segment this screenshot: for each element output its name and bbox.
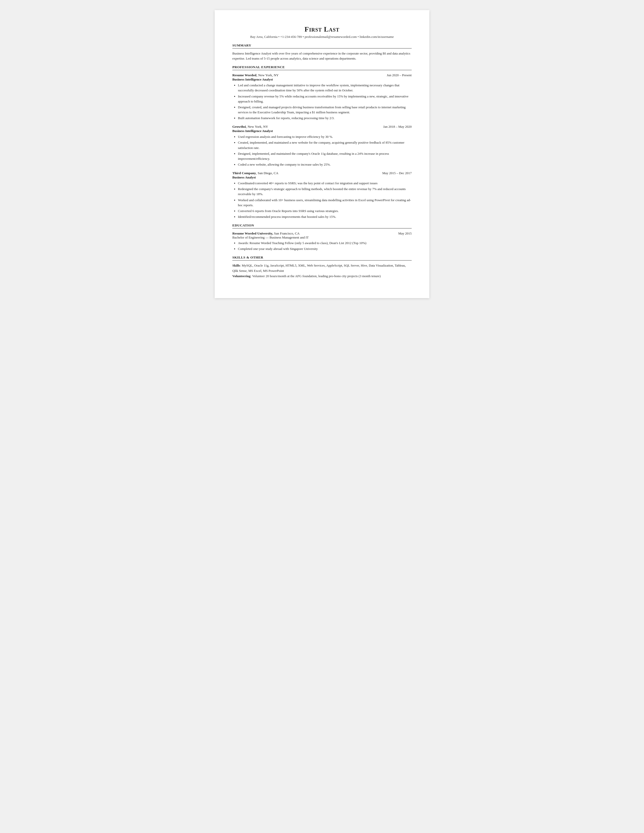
- list-item: Redesigned the company's strategic appro…: [238, 187, 412, 197]
- list-item: Used regression analysis and forecasting…: [238, 134, 412, 139]
- list-item: Awards: Resume Worded Teaching Fellow (o…: [238, 241, 412, 246]
- edu-bullet-list-1: Awards: Resume Worded Teaching Fellow (o…: [238, 241, 412, 251]
- candidate-name: First Last: [232, 25, 412, 33]
- company-name-3: Third Company: [232, 171, 256, 175]
- edu-school-info: Resume Worded University, San Francisco,…: [232, 231, 299, 235]
- list-item: Converted 6 reports from Oracle Reports …: [238, 209, 412, 214]
- list-item: Led and conducted a change management in…: [238, 83, 412, 93]
- list-item: Identified/recommended process improveme…: [238, 214, 412, 219]
- experience-section-title: Professional Experience: [232, 65, 412, 70]
- education-section: Education Resume Worded University, San …: [232, 224, 412, 251]
- list-item: Coordinated/converted 40+ reports to SSR…: [238, 181, 412, 186]
- bullet-list-2: Used regression analysis and forecasting…: [238, 134, 412, 167]
- job-title-1: Business Intelligence Analyst: [232, 77, 412, 82]
- experience-header-3: Third Company, San Diego, CA May 2015 – …: [232, 170, 412, 175]
- edu-degree-1: Bachelor of Engineering — Business Manag…: [232, 235, 412, 240]
- date-range-3: May 2015 – Dec 2017: [382, 171, 412, 175]
- list-item: Designed, implemented, and maintained th…: [238, 151, 412, 161]
- experience-entry-1: Resume Worded, New York, NY Jun 2020 – P…: [232, 73, 412, 121]
- skills-text: : MySQL, Oracle 11g, JavaScript, HTML5, …: [232, 264, 406, 273]
- skills-section-title: Skills & Other: [232, 256, 412, 261]
- experience-entry-3: Third Company, San Diego, CA May 2015 – …: [232, 170, 412, 219]
- company-info-3: Third Company, San Diego, CA: [232, 170, 278, 175]
- list-item: Coded a new website, allowing the compan…: [238, 162, 412, 167]
- list-item: Completed one-year study abroad with Sin…: [238, 246, 412, 251]
- company-info-2: Growthsi, New York, NY: [232, 124, 268, 129]
- date-range-2: Jan 2018 – May 2020: [383, 125, 412, 129]
- volunteering-label: Volunteering: [232, 274, 251, 278]
- experience-section: Professional Experience Resume Worded, N…: [232, 65, 412, 219]
- skills-label: Skills: [232, 264, 240, 267]
- experience-header-1: Resume Worded, New York, NY Jun 2020 – P…: [232, 73, 412, 77]
- list-item: Built automation framework for reports, …: [238, 116, 412, 121]
- list-item: Created, implemented, and maintained a n…: [238, 140, 412, 150]
- education-entry-1: Resume Worded University, San Francisco,…: [232, 231, 412, 251]
- summary-text: Business Intelligence Analyst with over …: [232, 51, 412, 61]
- summary-section-title: Summary: [232, 43, 412, 48]
- skills-section: Skills & Other Skills: MySQL, Oracle 11g…: [232, 256, 412, 279]
- list-item: Designed, created, and managed projects …: [238, 105, 412, 115]
- edu-header-1: Resume Worded University, San Francisco,…: [232, 231, 412, 235]
- resume-header: First Last Bay Area, California • +1-234…: [232, 25, 412, 39]
- list-item: Worked and collaborated with 10+ busines…: [238, 198, 412, 208]
- bullet-list-1: Led and conducted a change management in…: [238, 83, 412, 121]
- edu-school-name: Resume Worded University,: [232, 232, 273, 235]
- skills-row: Skills: MySQL, Oracle 11g, JavaScript, H…: [232, 263, 412, 273]
- company-location-1: , New York, NY: [256, 73, 279, 77]
- contact-info: Bay Area, California • +1-234-456-789 • …: [232, 35, 412, 39]
- edu-date-1: May 2015: [398, 232, 412, 235]
- volunteering-text: : Volunteer 20 hours/month at the AFG fo…: [251, 274, 381, 278]
- experience-header-2: Growthsi, New York, NY Jan 2018 – May 20…: [232, 124, 412, 129]
- resume-page: First Last Bay Area, California • +1-234…: [215, 10, 429, 298]
- job-title-3: Business Analyst: [232, 175, 412, 180]
- date-range-1: Jun 2020 – Present: [386, 73, 412, 77]
- company-location-3: , San Diego, CA: [256, 171, 278, 175]
- summary-section: Summary Business Intelligence Analyst wi…: [232, 43, 412, 61]
- experience-entry-2: Growthsi, New York, NY Jan 2018 – May 20…: [232, 124, 412, 167]
- company-name-1: Resume Worded: [232, 73, 256, 77]
- company-info-1: Resume Worded, New York, NY: [232, 73, 279, 77]
- education-section-title: Education: [232, 224, 412, 228]
- job-title-2: Business Intelligence Analyst: [232, 129, 412, 133]
- edu-school-location: San Francisco, CA: [274, 232, 300, 235]
- bullet-list-3: Coordinated/converted 40+ reports to SSR…: [238, 181, 412, 219]
- skills-content: Skills: MySQL, Oracle 11g, JavaScript, H…: [232, 263, 412, 279]
- company-location-2: , New York, NY: [246, 125, 268, 129]
- volunteering-row: Volunteering: Volunteer 20 hours/month a…: [232, 273, 412, 279]
- company-name-2: Growthsi: [232, 125, 246, 129]
- list-item: Increased company revenue by 5% while re…: [238, 94, 412, 104]
